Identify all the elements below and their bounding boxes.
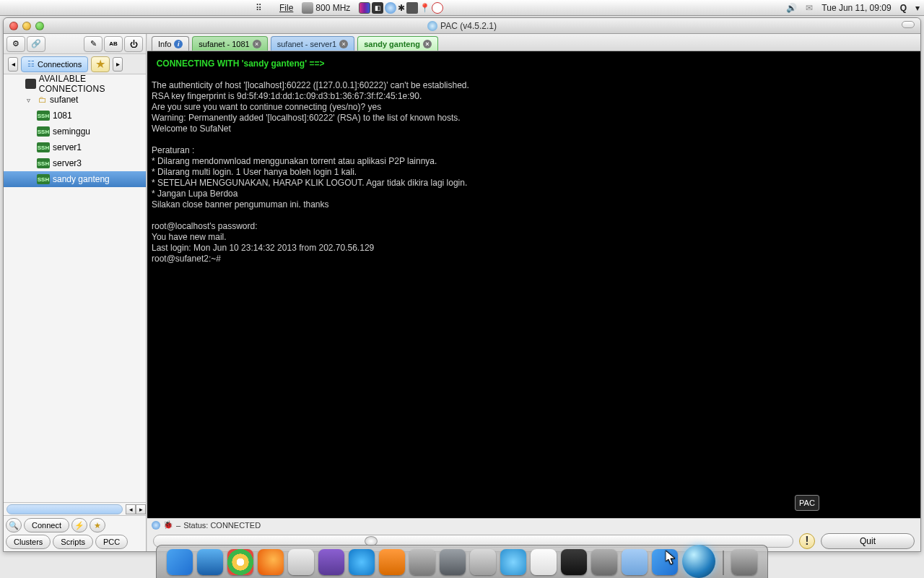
tab-sandy-ganteng[interactable]: sandy ganteng × [357,36,438,51]
scroll-left-button[interactable]: ◂ [126,504,136,514]
clusters-button[interactable]: Clusters [6,535,51,549]
sidebar: ⚙ 🔗 ✎ AB ⏻ ◂ ☷ Connections ★ ▸ [4,34,147,551]
dock-app-firefox[interactable] [258,549,284,575]
tray-icons: ◧ ✱ 📍 [354,2,448,14]
terminal-connect-header: CONNECTING WITH 'sandy ganteng' ==> [152,59,324,69]
globe-icon[interactable] [385,2,396,14]
window-titlebar[interactable]: PAC (v4.5.2.1) [4,18,920,34]
tree-item-label: server3 [53,158,82,168]
dock-app-text[interactable] [531,549,557,575]
disclosure-triangle-icon[interactable]: ▿ [27,96,35,104]
info-icon: i [174,40,183,48]
dock-app-folder[interactable] [622,549,648,575]
tree-item-label: seminggu [53,126,90,137]
tab-info[interactable]: Info i [152,36,189,51]
tray-icon-2[interactable]: ◧ [372,2,383,14]
pin-icon[interactable]: 📍 [419,3,430,13]
scrollbar-track[interactable] [6,504,123,514]
asterisk-icon[interactable]: ✱ [398,3,405,13]
dock-app-pac[interactable] [682,545,715,578]
quick-connect-button[interactable]: ⚡ [71,518,87,532]
dock-app-finder2[interactable] [652,549,678,575]
dock-trash[interactable] [731,549,757,575]
tree-item-server1[interactable]: SSHserver1 [4,139,146,155]
connection-tree[interactable]: AVAILABLE CONNECTIONS ▿ 🗀 sufanet SSH108… [4,74,146,502]
mail-tray-icon[interactable]: ✉ [801,3,817,13]
toolbar-link-button[interactable]: 🔗 [27,36,45,52]
quit-button[interactable]: Quit [821,533,915,549]
tab-connections[interactable]: ☷ Connections [21,56,88,72]
pac-tooltip: PAC [795,495,819,511]
app-icon [427,21,437,31]
scripts-button[interactable]: Scripts [53,535,93,549]
toolbar-edit-button[interactable]: ✎ [84,36,103,52]
terminal-output: The authenticity of host '[localhost]:60… [152,80,469,264]
dock[interactable] [156,545,768,578]
tab-sufanet-1081[interactable]: sufanet - 1081 × [192,36,267,51]
menu-file[interactable]: File [275,3,297,13]
sidebar-tabs: ◂ ☷ Connections ★ ▸ [4,54,146,74]
dock-app-deluge[interactable] [500,549,526,575]
cpu-indicator[interactable]: 800 MHz [297,2,354,14]
toolbar-power-button[interactable]: ⏻ [124,36,143,52]
scroll-right-button[interactable]: ▸ [136,504,146,514]
dock-app-pidgin[interactable] [318,549,344,575]
connections-tree-icon: ☷ [27,59,35,69]
tree-item-label: server1 [53,142,82,152]
dock-app-itunes[interactable] [349,549,375,575]
window-zoom-button[interactable] [35,22,44,30]
close-tab-icon[interactable]: × [339,40,348,48]
stop-icon[interactable] [432,2,443,14]
sidebar-tab-prev[interactable]: ◂ [8,57,18,72]
tree-item-1081[interactable]: SSH1081 [4,108,146,124]
connect-button[interactable]: Connect [24,518,69,532]
ssh-icon: SSH [37,126,50,137]
toolbar-rename-button[interactable]: AB [104,36,123,52]
tray-icon-3[interactable] [406,2,418,14]
tree-item-server3[interactable]: SSHserver3 [4,155,146,171]
window-toolbar-toggle[interactable] [902,21,915,28]
dock-app-settings[interactable] [591,549,617,575]
tab-sufanet-server1[interactable]: sufanet - server1 × [271,36,355,51]
terminal-view[interactable]: CONNECTING WITH 'sandy ganteng' ==> The … [147,51,920,518]
tree-item-sandy-ganteng[interactable]: SSHsandy ganteng [4,171,146,187]
sidebar-hscroll[interactable]: ◂ ▸ [4,502,146,515]
dock-app-chrome[interactable] [227,549,253,575]
tree-item-label: sandy ganteng [53,174,110,184]
window-close-button[interactable] [9,22,18,30]
volume-icon[interactable]: 🔊 [782,3,801,13]
system-menubar: ⠿ File 800 MHz ◧ ✱ 📍 🔊 ✉ Tue Jun 11, 09:… [0,0,924,16]
tree-group-sufanet[interactable]: ▿ 🗀 sufanet [4,92,146,108]
favorite-button[interactable]: ★ [90,518,105,532]
dock-app-camera[interactable] [440,549,466,575]
toolbar-config-button[interactable]: ⚙ [6,36,25,52]
window-title: PAC (v4.5.2.1) [4,21,920,31]
alert-icon[interactable]: ! [799,533,815,549]
dock-app-finder[interactable] [167,549,193,575]
dock-app-photos[interactable] [409,549,435,575]
tree-item-seminggu[interactable]: SSHseminggu [4,124,146,139]
ssh-icon: SSH [37,142,50,152]
ssh-icon: SSH [37,158,50,168]
dock-app-mail[interactable] [288,549,314,575]
pac-window: PAC (v4.5.2.1) ⚙ 🔗 ✎ AB ⏻ ◂ ☷ Connection… [3,17,921,552]
dock-app-terminal[interactable] [561,549,587,575]
dock-app-calc[interactable] [470,549,496,575]
sidebar-tab-next[interactable]: ▸ [113,57,123,72]
pcc-button[interactable]: PCC [95,535,128,549]
status-globe-icon [152,521,160,530]
tree-header: AVAILABLE CONNECTIONS [4,76,146,92]
dock-app-anchor[interactable] [197,549,223,575]
window-minimize-button[interactable] [22,22,31,30]
tab-favorites[interactable]: ★ [91,56,110,72]
spotlight-icon[interactable]: Q [896,3,911,13]
sidebar-toolbar: ⚙ 🔗 ✎ AB ⏻ [4,34,146,54]
close-tab-icon[interactable]: × [423,40,432,48]
session-tabstrip: Info i sufanet - 1081 × sufanet - server… [147,34,920,51]
dock-app-vlc[interactable] [379,549,405,575]
tray-icon-1[interactable] [359,2,370,14]
search-button[interactable]: 🔍 [6,518,22,532]
menubar-chevron-icon[interactable]: ▾ [911,3,924,13]
menubar-clock[interactable]: Tue Jun 11, 09:09 [817,3,895,13]
close-tab-icon[interactable]: × [253,40,261,48]
